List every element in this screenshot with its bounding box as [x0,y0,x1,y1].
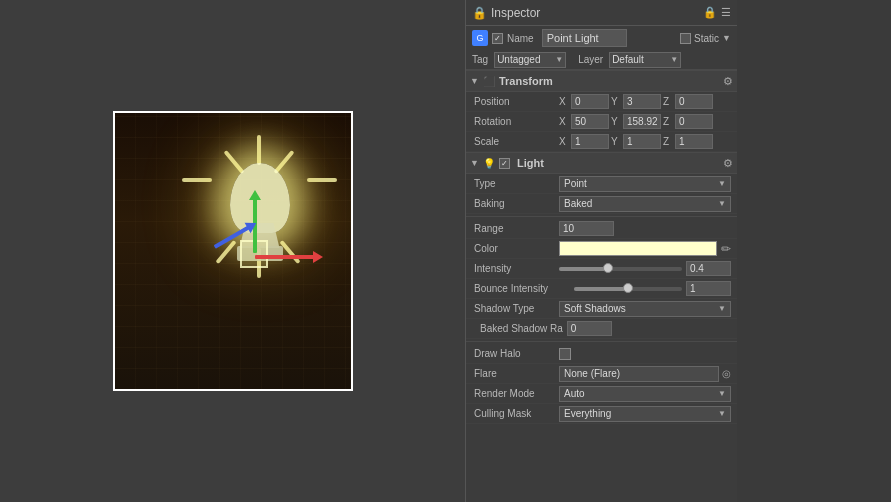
ray-right [307,178,337,182]
position-label: Position [474,96,559,107]
game-object-icon: G [472,30,488,46]
intensity-label: Intensity [474,263,559,274]
scale-label: Scale [474,136,559,147]
light-enabled-checkbox[interactable] [499,158,510,169]
scale-y-label: Y [611,136,621,147]
transform-section-header[interactable]: ▼ ⬛ Transform ⚙ [466,70,737,92]
rot-z-label: Z [663,116,673,127]
static-section: Static ▼ [680,33,731,44]
shadow-type-label: Shadow Type [474,303,559,314]
baking-select[interactable]: Baked ▼ [559,196,731,212]
inspector-header: 🔒 Inspector 🔒 ☰ [466,0,737,26]
intensity-slider-track[interactable] [559,267,682,271]
render-mode-select[interactable]: Auto ▼ [559,386,731,402]
layer-label: Layer [578,54,603,65]
color-row: Color ✏ [466,239,737,259]
object-name-row: G Name Static ▼ [466,26,737,50]
position-z-input[interactable] [675,94,713,109]
flare-label: Flare [474,368,559,379]
tag-layer-row: Tag Untagged ▼ Layer Default ▼ [466,50,737,70]
draw-halo-row: Draw Halo [466,344,737,364]
culling-mask-row: Culling Mask Everything ▼ [466,404,737,424]
intensity-input[interactable] [686,261,731,276]
rotation-y-input[interactable] [623,114,661,129]
scale-z-input[interactable] [675,134,713,149]
static-checkbox[interactable] [680,33,691,44]
transform-title: Transform [499,75,553,87]
divider-1 [466,216,737,217]
layer-value: Default [612,54,644,65]
position-xyz: X Y Z [559,94,731,109]
color-swatch[interactable] [559,241,717,256]
layer-arrow: ▼ [670,55,678,64]
baked-shadow-label: Baked Shadow Ra [480,323,563,334]
bounce-intensity-label: Bounce Intensity [474,283,574,294]
inspector-panel: 🔒 Inspector 🔒 ☰ G Name Static ▼ Tag Unta… [465,0,737,502]
intensity-slider-thumb[interactable] [603,263,613,273]
menu-icon[interactable]: ☰ [721,6,731,19]
transform-fold-icon[interactable]: ▼ [470,76,479,86]
color-picker-icon[interactable]: ✏ [721,242,731,256]
pos-y-label: Y [611,96,621,107]
baking-value: Baked [564,198,592,209]
viewport-panel [0,0,465,502]
render-mode-row: Render Mode Auto ▼ [466,384,737,404]
type-select[interactable]: Point ▼ [559,176,731,192]
light-bulb-icon: 💡 [483,158,495,169]
bounce-slider-thumb[interactable] [623,283,633,293]
flare-target-icon[interactable]: ◎ [722,368,731,379]
shadow-type-arrow: ▼ [718,304,726,313]
shadow-type-value: Soft Shadows [564,303,626,314]
draw-halo-checkbox[interactable] [559,348,571,360]
type-value: Point [564,178,587,189]
range-input[interactable] [559,221,614,236]
pos-x-label: X [559,96,569,107]
intensity-slider-fill [559,267,608,271]
render-mode-value: Auto [564,388,585,399]
layer-select[interactable]: Default ▼ [609,52,681,68]
scale-y-input[interactable] [623,134,661,149]
bounce-slider-track[interactable] [574,287,682,291]
bounce-input[interactable] [686,281,731,296]
tag-label: Tag [472,54,488,65]
bounce-slider-fill [574,287,628,291]
tag-value: Untagged [497,54,540,65]
rotation-z-input[interactable] [675,114,713,129]
position-x-input[interactable] [571,94,609,109]
baked-shadow-input[interactable] [567,321,612,336]
ray-top [257,135,261,165]
scale-x-label: X [559,136,569,147]
active-checkbox[interactable] [492,33,503,44]
culling-mask-select[interactable]: Everything ▼ [559,406,731,422]
name-input[interactable] [542,29,627,47]
ray-left [182,178,212,182]
inspector-icon: 🔒 [472,6,487,20]
bounce-intensity-row: Bounce Intensity [466,279,737,299]
flare-select[interactable]: None (Flare) [559,366,719,382]
pos-z-label: Z [663,96,673,107]
shadow-type-select[interactable]: Soft Shadows ▼ [559,301,731,317]
transform-gear-icon[interactable]: ⚙ [723,75,733,88]
scale-x-input[interactable] [571,134,609,149]
rotation-xyz: X Y Z [559,114,731,129]
scale-z-label: Z [663,136,673,147]
inspector-toolbar: 🔒 ☰ [703,6,731,19]
intensity-row: Intensity [466,259,737,279]
scene-viewport[interactable] [113,111,353,391]
rotation-x-input[interactable] [571,114,609,129]
lock-icon[interactable]: 🔒 [703,6,717,19]
static-dropdown-arrow[interactable]: ▼ [722,33,731,43]
static-label: Static [694,33,719,44]
type-arrow: ▼ [718,179,726,188]
baking-label: Baking [474,198,559,209]
position-y-input[interactable] [623,94,661,109]
tag-select[interactable]: Untagged ▼ [494,52,566,68]
light-type-row: Type Point ▼ [466,174,737,194]
light-gear-icon[interactable]: ⚙ [723,157,733,170]
rot-y-label: Y [611,116,621,127]
light-section-header[interactable]: ▼ 💡 Light ⚙ [466,152,737,174]
x-axis-arrow[interactable] [255,255,315,259]
tag-arrow: ▼ [555,55,563,64]
light-fold-icon[interactable]: ▼ [470,158,479,168]
shadow-type-row: Shadow Type Soft Shadows ▼ [466,299,737,319]
